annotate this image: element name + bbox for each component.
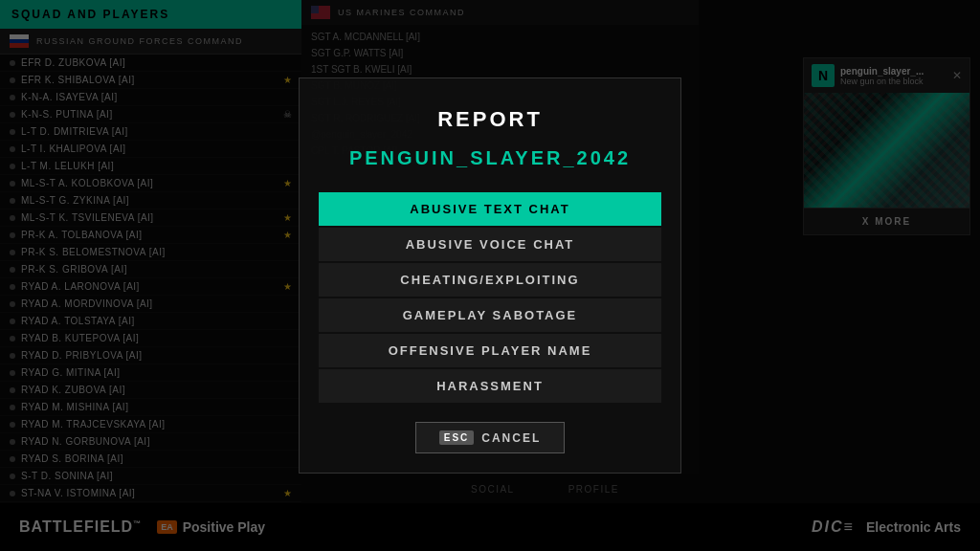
report-option-button[interactable]: GAMEPLAY SABOTAGE xyxy=(319,298,661,332)
escape-key-label: ESC xyxy=(439,430,475,445)
cancel-button[interactable]: ESC CANCEL xyxy=(415,422,566,453)
report-option-button[interactable]: CHEATING/EXPLOITING xyxy=(319,263,661,297)
modal-overlay: Report PENGUIN_SLAYER_2042 ABUSIVE TEXT … xyxy=(0,0,980,551)
report-option-button[interactable]: ABUSIVE VOICE CHAT xyxy=(319,228,661,261)
report-options: ABUSIVE TEXT CHATABUSIVE VOICE CHATCHEAT… xyxy=(319,192,661,403)
report-option-button[interactable]: OFFENSIVE PLAYER NAME xyxy=(319,334,661,367)
cancel-label: CANCEL xyxy=(481,431,541,445)
report-player-name: PENGUIN_SLAYER_2042 xyxy=(319,147,661,169)
report-option-button[interactable]: HARASSMENT xyxy=(319,369,661,403)
report-title: Report xyxy=(319,107,661,132)
report-modal: Report PENGUIN_SLAYER_2042 ABUSIVE TEXT … xyxy=(299,77,681,474)
report-option-button[interactable]: ABUSIVE TEXT CHAT xyxy=(319,192,661,226)
